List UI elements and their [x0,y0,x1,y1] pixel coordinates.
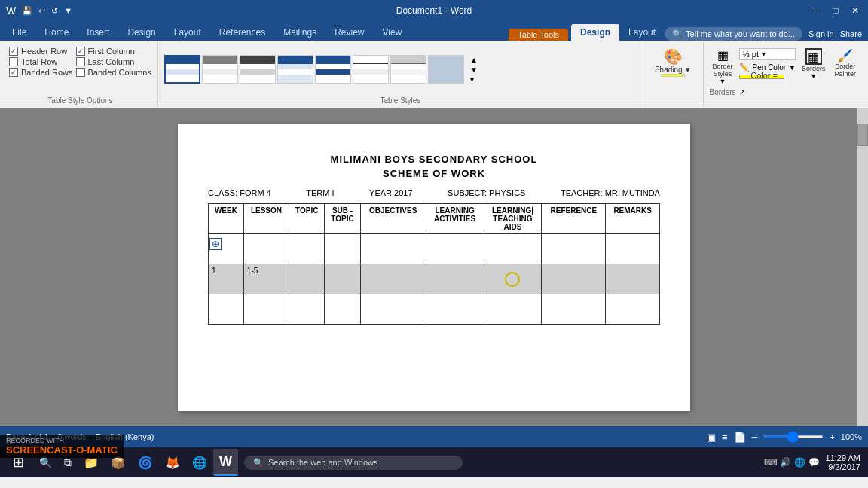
total-row-check[interactable] [9,57,18,66]
last-column-check[interactable] [76,57,85,66]
restore-button[interactable]: □ [829,4,842,17]
tab-home[interactable]: Home [35,24,78,41]
save-icon[interactable]: 💾 [20,6,34,16]
firefox-button[interactable]: 🦊 [159,449,186,476]
cell-lesson-1[interactable] [243,234,289,264]
banded-columns-check[interactable] [76,68,85,77]
cell-remarks-1[interactable] [606,234,660,264]
table-style-1[interactable] [164,55,200,84]
cell-remarks-3[interactable] [606,294,660,325]
tell-me-box[interactable]: 🔍 Tell me what you want to do... [665,27,802,41]
gallery-up-button[interactable]: ▲ [470,56,478,64]
cell-activities-1[interactable] [426,234,484,264]
first-column-checkbox[interactable]: First Column [76,47,151,56]
cell-week-3[interactable] [209,294,244,325]
cell-week-2[interactable]: 1 [209,264,244,294]
edge-button[interactable]: 🌀 [132,449,159,476]
cell-activities-2[interactable] [426,264,484,294]
borders-button[interactable]: ▦ Borders ▼ [799,45,829,83]
action-center-icon[interactable]: 💬 [808,457,820,468]
tab-design[interactable]: Design [118,24,164,41]
table-style-5[interactable] [315,55,351,84]
network-tray-icon[interactable]: 🌐 [794,457,805,468]
cell-reference-1[interactable] [542,234,606,264]
redo-icon[interactable]: ↺ [50,6,60,16]
table-style-8[interactable] [428,55,464,84]
volume-tray-icon[interactable]: 🔊 [780,457,791,468]
sign-in-button[interactable]: Sign in [808,29,834,38]
shading-dropdown-icon[interactable]: ▼ [684,66,692,74]
cell-subtopic-2[interactable] [325,264,360,294]
banded-rows-check[interactable] [9,68,18,77]
close-button[interactable]: ✕ [848,4,862,17]
table-style-3[interactable] [240,55,276,84]
tab-layout[interactable]: Layout [165,24,210,41]
borders-expand-button[interactable]: ↗ [739,88,745,96]
borders-arrow[interactable]: ▼ [810,72,817,80]
last-column-checkbox[interactable]: Last Column [76,57,151,66]
last-column-label: Last Column [88,57,135,66]
table-style-6[interactable] [353,55,389,84]
tab-mailings[interactable]: Mailings [274,24,326,41]
shading-button[interactable]: 🎨 Shading ▼ [649,44,697,81]
cell-objectives-2[interactable] [360,264,426,294]
undo-icon[interactable]: ↩ [37,6,47,16]
cell-reference-3[interactable] [542,294,606,325]
cell-objectives-1[interactable] [360,234,426,264]
cell-activities-3[interactable] [426,294,484,325]
banded-columns-checkbox[interactable]: Banded Columns [76,68,151,77]
border-styles-arrow[interactable]: ▼ [720,78,726,85]
pen-size-dropdown[interactable]: ½ pt ▼ [739,48,796,60]
table-add-button[interactable]: ⊕ [209,238,222,250]
banded-rows-checkbox[interactable]: Banded Rows [9,68,73,77]
cell-lesson-2[interactable]: 1-5 [243,264,289,294]
cell-lesson-3[interactable] [243,294,289,325]
view-read-icon[interactable]: ≡ [722,432,728,443]
vertical-scrollbar[interactable] [857,108,868,426]
chrome-button[interactable]: 🌐 [186,449,213,476]
table-style-2[interactable] [202,55,238,84]
first-column-check[interactable] [76,47,85,56]
cell-topic-1[interactable] [289,234,325,264]
header-row-checkbox[interactable]: Header Row [9,47,73,56]
share-button[interactable]: Share [840,29,862,38]
border-painter-button[interactable]: 🖌️ BorderPainter [831,45,859,81]
tab-table-layout[interactable]: Layout [619,24,665,41]
taskbar-search-box[interactable]: 🔍 Search the web and Windows [244,456,463,470]
zoom-out-button[interactable]: ─ [752,432,758,441]
cell-reference-2[interactable] [542,264,606,294]
table-style-4[interactable] [277,55,313,84]
subject-info: SUBJECT: PHYSICS [448,188,525,197]
table-style-7[interactable] [390,55,426,84]
cell-remarks-2[interactable] [606,264,660,294]
cell-aids-3[interactable] [484,294,542,325]
tab-references[interactable]: References [210,24,274,41]
gallery-expand-button[interactable]: ▾ [470,75,478,84]
cell-topic-2[interactable] [289,264,325,294]
total-row-checkbox[interactable]: Total Row [9,57,73,66]
minimize-button[interactable]: ─ [809,4,823,17]
tab-review[interactable]: Review [326,24,373,41]
tab-file[interactable]: File [3,24,35,41]
gallery-down-button[interactable]: ▼ [470,66,478,74]
pen-size-arrow[interactable]: ▼ [760,50,767,58]
cell-aids-2[interactable] [484,264,542,294]
pen-color-arrow[interactable]: ▼ [789,64,796,72]
zoom-in-button[interactable]: + [830,432,834,441]
customize-icon[interactable]: ▼ [63,6,74,15]
view-print-icon[interactable]: ▣ [707,432,716,443]
cell-subtopic-1[interactable] [325,234,360,264]
tab-table-design[interactable]: Design [571,24,619,41]
tab-insert[interactable]: Insert [78,24,118,41]
cell-topic-3[interactable] [289,294,325,325]
scroll-thumb[interactable] [857,124,868,146]
tab-view[interactable]: View [374,24,411,41]
cell-aids-1[interactable] [484,234,542,264]
cell-subtopic-3[interactable] [325,294,360,325]
cell-objectives-3[interactable] [360,294,426,325]
header-row-check[interactable] [9,47,18,56]
border-styles-button[interactable]: ▦ BorderStyles ▼ [710,45,736,88]
zoom-slider[interactable] [763,435,824,438]
view-web-icon[interactable]: 📄 [734,432,746,443]
word-taskbar-button[interactable]: W [213,449,238,476]
